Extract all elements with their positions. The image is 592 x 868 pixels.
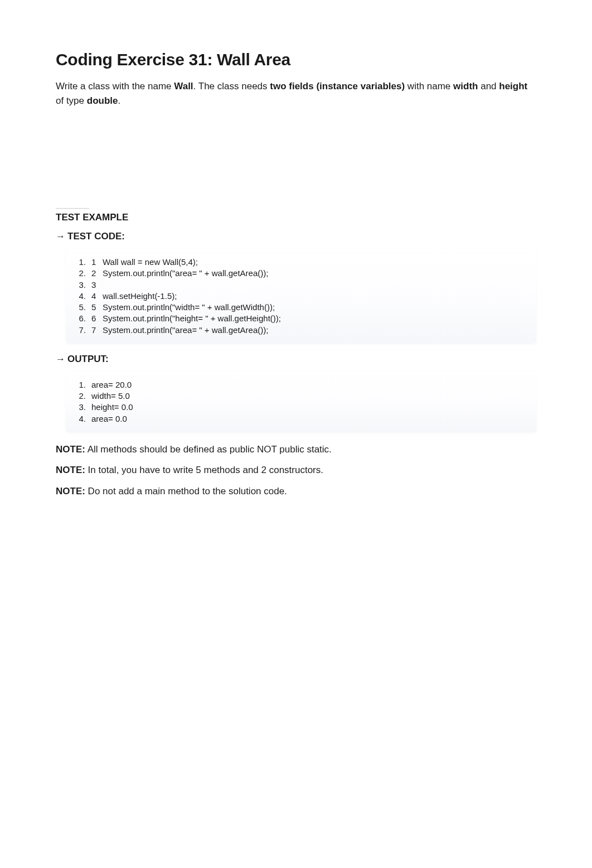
- intro-text-6: .: [118, 95, 120, 106]
- intro-bold-wall: Wall: [174, 81, 193, 91]
- output-text: width= 5.0: [91, 390, 130, 402]
- line-number-outer: 7: [71, 325, 86, 336]
- line-number-outer: 2: [71, 268, 86, 279]
- code-text: System.out.println("area= " + wall.getAr…: [103, 325, 268, 336]
- note-label: NOTE:: [56, 486, 85, 496]
- line-number-inner: 2: [91, 268, 99, 279]
- divider: [56, 208, 89, 209]
- intro-text-2: . The class needs: [193, 81, 270, 91]
- output-text: height= 0.0: [91, 402, 133, 413]
- output-heading: →OUTPUT:: [56, 354, 536, 365]
- note-text: All methods should be defined as public …: [85, 444, 332, 455]
- note: NOTE: All methods should be defined as p…: [56, 442, 536, 457]
- output-text: area= 20.0: [91, 379, 132, 390]
- intro-bold-width: width: [453, 81, 478, 91]
- intro-bold-height: height: [499, 81, 527, 91]
- line-number-inner: 1: [91, 257, 99, 268]
- code-line: 11Wall wall = new Wall(5,4);: [71, 257, 526, 268]
- note: NOTE: In total, you have to write 5 meth…: [56, 463, 536, 478]
- code-line: 66System.out.println("height= " + wall.g…: [71, 313, 526, 324]
- line-number-inner: 4: [91, 291, 99, 302]
- output-block: 1area= 20.02width= 5.03height= 0.04area=…: [66, 372, 536, 432]
- line-number-outer: 1: [71, 257, 86, 268]
- line-number-outer: 4: [71, 291, 86, 302]
- code-text: System.out.println("width= " + wall.getW…: [103, 302, 275, 313]
- note: NOTE: Do not add a main method to the so…: [56, 484, 536, 499]
- output-line: 4area= 0.0: [71, 413, 526, 425]
- output-line: 2width= 5.0: [71, 390, 526, 402]
- code-text: System.out.println("height= " + wall.get…: [103, 313, 281, 324]
- test-code-block: 11Wall wall = new Wall(5,4);22System.out…: [66, 249, 536, 344]
- intro-paragraph: Write a class with the name Wall. The cl…: [56, 79, 536, 108]
- note-text: Do not add a main method to the solution…: [85, 486, 287, 496]
- code-text: Wall wall = new Wall(5,4);: [103, 257, 198, 268]
- output-number: 1: [71, 379, 86, 390]
- code-text: System.out.println("area= " + wall.getAr…: [103, 268, 268, 279]
- code-line: 55System.out.println("width= " + wall.ge…: [71, 302, 526, 313]
- arrow-icon: →: [56, 354, 65, 364]
- note-label: NOTE:: [56, 465, 85, 475]
- line-number-outer: 6: [71, 313, 86, 324]
- output-line: 3height= 0.0: [71, 402, 526, 413]
- line-number-inner: 7: [91, 325, 99, 336]
- page-title: Coding Exercise 31: Wall Area: [56, 50, 536, 69]
- note-text: In total, you have to write 5 methods an…: [85, 465, 323, 475]
- test-code-label: TEST CODE:: [67, 231, 125, 242]
- test-example-heading: TEST EXAMPLE: [56, 212, 536, 223]
- intro-bold-double: double: [87, 95, 118, 106]
- output-label: OUTPUT:: [67, 354, 109, 364]
- output-text: area= 0.0: [91, 413, 127, 425]
- test-code-heading: →TEST CODE:: [56, 231, 536, 242]
- intro-text-3: with name: [405, 81, 453, 91]
- output-number: 4: [71, 413, 86, 425]
- code-line: 22System.out.println("area= " + wall.get…: [71, 268, 526, 279]
- intro-text-1: Write a class with the name: [56, 81, 174, 91]
- note-label: NOTE:: [56, 444, 85, 455]
- line-number-outer: 5: [71, 302, 86, 313]
- line-number-inner: 5: [91, 302, 99, 313]
- output-number: 3: [71, 402, 86, 413]
- code-line: 77System.out.println("area= " + wall.get…: [71, 325, 526, 336]
- output-line: 1area= 20.0: [71, 379, 526, 390]
- line-number-inner: 3: [91, 279, 99, 291]
- intro-text-4: and: [478, 81, 499, 91]
- arrow-icon: →: [56, 231, 65, 242]
- line-number-outer: 3: [71, 279, 86, 291]
- code-line: 33: [71, 279, 526, 291]
- intro-text-5: of type: [56, 95, 87, 106]
- intro-bold-fields: two fields (instance variables): [270, 81, 405, 91]
- line-number-inner: 6: [91, 313, 99, 324]
- output-number: 2: [71, 390, 86, 402]
- code-text: wall.setHeight(-1.5);: [103, 291, 177, 302]
- code-line: 44wall.setHeight(-1.5);: [71, 291, 526, 302]
